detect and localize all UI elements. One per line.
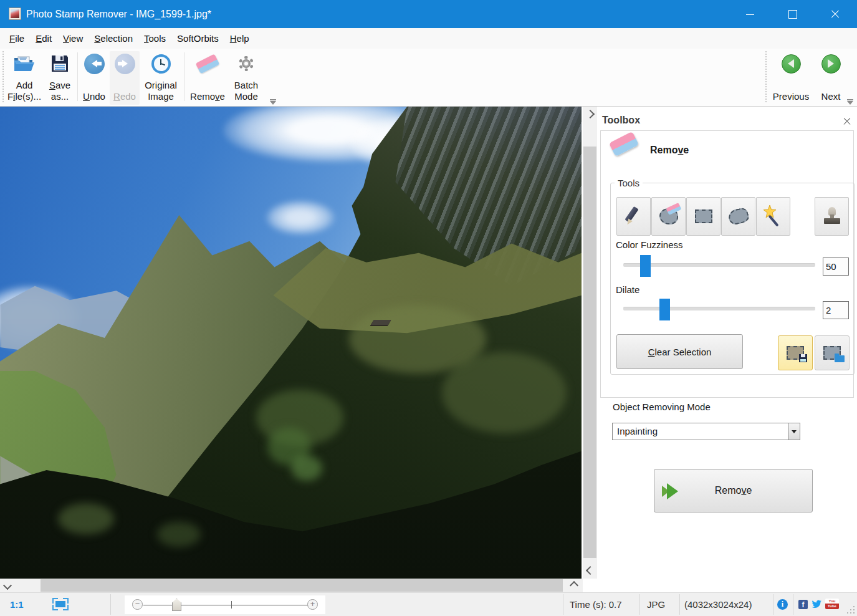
magic-wand-icon (764, 206, 783, 226)
color-fuzziness-slider[interactable] (623, 263, 815, 267)
pencil-tool-button[interactable] (616, 197, 651, 236)
next-button[interactable]: Next (813, 51, 848, 105)
fit-to-screen-icon[interactable] (52, 598, 69, 610)
menu-file[interactable]: File (9, 33, 32, 44)
scroll-down-arrow[interactable] (583, 564, 597, 577)
remove-action-label: Remove (715, 485, 752, 496)
lasso-select-tool-button[interactable] (721, 197, 755, 236)
horizontal-scrollbar-thumb[interactable] (41, 579, 563, 592)
menu-softorbits[interactable]: SoftOrbits (177, 33, 227, 44)
scroll-up-arrow[interactable] (583, 108, 597, 120)
clear-selection-button[interactable]: Clear Selection (616, 334, 743, 369)
batch-mode-button[interactable]: Batch Mode (228, 51, 264, 105)
processing-time-status: Time (s): 0.7 (570, 599, 622, 610)
batch-mode-label-line1: Batch (228, 80, 264, 91)
zoom-slider-thumb[interactable] (172, 599, 181, 611)
rectangle-select-tool-button[interactable] (686, 197, 721, 236)
previous-icon (780, 52, 802, 75)
toolbar-separator (184, 52, 185, 101)
zoom-slider-track[interactable] (143, 605, 309, 605)
menu-edit[interactable]: Edit (36, 33, 60, 44)
menu-selection[interactable]: Selection (94, 33, 141, 44)
dilate-slider[interactable] (623, 307, 815, 310)
tools-groupbox-legend: Tools (615, 178, 643, 188)
statusbar-separator (679, 594, 680, 615)
toolbar-overflow-chevron-icon[interactable] (270, 101, 276, 105)
file-format-status: JPG (647, 599, 665, 610)
status-bar: 1:1 − + Time (s): 0.7 JPG (4032x3024x24)… (0, 592, 857, 616)
scrollbar-corner (583, 579, 597, 592)
clear-selection-label: Clear Selection (648, 347, 712, 357)
twitter-icon[interactable] (812, 600, 822, 609)
vertical-scrollbar-thumb[interactable] (583, 147, 596, 558)
toolbar-grip[interactable] (2, 51, 4, 102)
zoom-out-icon[interactable]: − (132, 599, 143, 610)
redo-button: Redo (110, 51, 140, 105)
photo-layer-bush-highlight (58, 503, 114, 534)
dropdown-arrow-icon[interactable] (788, 423, 800, 440)
photo-layer-vegetation-highlight (442, 352, 567, 433)
menu-view[interactable]: View (63, 33, 91, 44)
youtube-icon[interactable]: You Tube (825, 599, 839, 609)
dilate-slider-thumb[interactable] (659, 299, 670, 320)
clone-stamp-tool-button[interactable] (815, 197, 849, 236)
horizontal-scrollbar[interactable] (0, 579, 583, 592)
menu-tools[interactable]: Tools (144, 33, 174, 44)
maximize-button[interactable] (773, 0, 812, 28)
zoom-ratio-button[interactable]: 1:1 (10, 599, 24, 610)
color-fuzziness-slider-thumb[interactable] (640, 255, 651, 277)
pencil-icon (625, 207, 643, 226)
image-dimensions-status: (4032x3024x24) (684, 599, 752, 610)
add-files-label-line1: Add (5, 80, 44, 91)
menu-bar: File Edit View Selection Tools SoftOrbit… (0, 28, 857, 49)
eraser-selection-icon (659, 208, 678, 224)
previous-button[interactable]: Previous (772, 51, 810, 105)
lasso-select-icon (727, 207, 749, 226)
toolbox-close-icon[interactable] (843, 117, 851, 126)
remove-toolbar-button[interactable]: Remove (188, 51, 227, 105)
original-image-label-line1: Original (141, 80, 181, 91)
scroll-left-arrow[interactable] (1, 579, 14, 592)
remove-action-button[interactable]: Remove (654, 469, 813, 513)
undo-icon (83, 52, 105, 75)
toolbar-grip[interactable] (765, 51, 767, 102)
magic-wand-tool-button[interactable] (756, 197, 790, 236)
add-files-folder-icon (13, 52, 36, 75)
statusbar-separator (773, 594, 773, 615)
load-selection-button[interactable] (815, 335, 850, 370)
color-fuzziness-value-field[interactable]: 50 (823, 257, 849, 276)
undo-label: Undo (80, 91, 108, 102)
minimize-button[interactable] (730, 0, 769, 28)
add-files-label-line2: File(s)... (5, 91, 44, 102)
original-image-button[interactable]: Original Image (141, 51, 181, 105)
scroll-right-arrow[interactable] (568, 579, 580, 592)
save-selection-button[interactable] (778, 335, 813, 370)
batch-mode-label-line2: Mode (228, 91, 264, 102)
add-files-button[interactable]: Add File(s)... (5, 51, 44, 105)
resize-grip[interactable] (846, 605, 855, 614)
remove-toolbar-label: Remove (188, 91, 227, 102)
previous-label: Previous (772, 91, 810, 102)
zoom-slider-center-tick (231, 601, 232, 609)
statusbar-separator (793, 594, 793, 615)
menu-help[interactable]: Help (230, 33, 257, 44)
object-removing-mode-select[interactable]: Inpainting (612, 423, 800, 440)
green-arrow-icon (662, 483, 681, 499)
toolbar: Add File(s)... Save as... U (0, 49, 857, 107)
close-button[interactable] (815, 0, 854, 28)
save-as-label-line1: Save (45, 80, 75, 91)
facebook-icon[interactable]: f (798, 600, 808, 609)
save-as-button[interactable]: Save as... (45, 51, 75, 105)
undo-button[interactable]: Undo (80, 51, 108, 105)
photo-canvas[interactable] (0, 107, 582, 579)
title-bar: Photo Stamp Remover - IMG_1599-1.jpg* (0, 0, 857, 28)
toolbar-separator (77, 52, 78, 101)
vertical-scrollbar[interactable] (583, 107, 597, 579)
dilate-value-field[interactable]: 2 (823, 301, 849, 319)
info-icon[interactable]: i (777, 599, 788, 610)
zoom-in-icon[interactable]: + (307, 599, 318, 610)
save-floppy-icon (49, 52, 71, 75)
original-image-clock-icon (150, 52, 172, 75)
eraser-selection-tool-button[interactable] (651, 197, 686, 236)
toolbar-overflow-chevron-icon[interactable] (847, 101, 853, 105)
